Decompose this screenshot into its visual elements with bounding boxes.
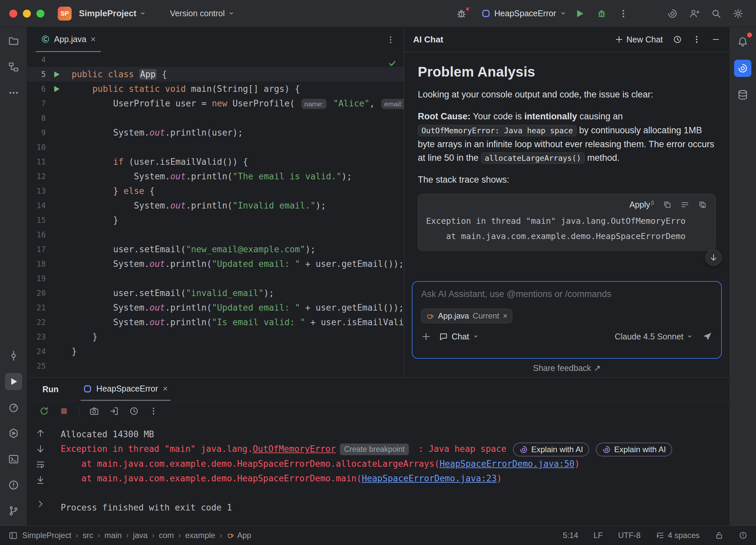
run-button[interactable] xyxy=(571,5,588,22)
breadcrumb-item[interactable]: src xyxy=(83,531,93,540)
editor-options-icon[interactable] xyxy=(386,35,395,44)
code-line[interactable]: 9 System.out.println(user); xyxy=(27,125,404,140)
prev-stack-frame-icon[interactable] xyxy=(35,428,45,438)
console-stack-link[interactable]: OutOfMemoryError xyxy=(253,444,336,454)
editor-tab-app-java[interactable]: App.java × xyxy=(36,27,101,52)
gc-icon[interactable] xyxy=(129,406,139,416)
indent-widget[interactable]: 4 spaces xyxy=(656,531,700,540)
create-breakpoint-chip[interactable]: Create breakpoint xyxy=(340,444,409,455)
scroll-to-bottom-button[interactable] xyxy=(705,249,722,266)
code-line[interactable]: 15 } xyxy=(27,213,404,227)
code-line[interactable]: 6 public static void main(String[] args)… xyxy=(27,82,404,96)
zoom-window-button[interactable] xyxy=(36,10,44,18)
editor-code-area[interactable]: 45public class App {6 public static void… xyxy=(27,52,404,373)
scroll-to-end-icon[interactable] xyxy=(35,475,45,485)
project-tool-button[interactable] xyxy=(5,32,22,50)
database-tool-button[interactable] xyxy=(734,86,751,103)
expand-gutter-icon[interactable] xyxy=(36,499,45,509)
run-more-options-icon[interactable] xyxy=(149,406,158,416)
run-tab-heapspaceerror[interactable]: HeapSpaceError × xyxy=(81,378,170,401)
code-line[interactable]: 20 user.setEmail("invalid_email"); xyxy=(27,286,404,300)
breadcrumb-item[interactable]: SimpleProject xyxy=(22,531,71,540)
hide-panel-icon[interactable] xyxy=(711,35,721,44)
add-context-button[interactable] xyxy=(421,332,431,341)
breadcrumb-item[interactable]: App xyxy=(226,531,251,540)
caret-position-widget[interactable]: 5:14 xyxy=(563,531,578,540)
write-access-lock-icon[interactable] xyxy=(715,531,724,540)
code-line[interactable]: 23 } xyxy=(27,330,404,344)
attached-file-chip[interactable]: App.java Current × xyxy=(421,309,512,323)
run-configuration-selector[interactable]: HeapSpaceError xyxy=(481,9,566,18)
console-stack-link[interactable]: HeapSpaceErrorDemo.java:23 xyxy=(362,473,497,483)
code-line[interactable]: 10 xyxy=(27,140,404,154)
problems-tool-button[interactable] xyxy=(5,476,22,494)
chat-menu-icon[interactable] xyxy=(692,35,701,44)
remove-attachment-icon[interactable]: × xyxy=(503,311,507,321)
code-line[interactable]: 16 xyxy=(27,227,404,242)
explain-with-ai-button[interactable]: Explain with AI xyxy=(513,443,589,456)
copy-icon[interactable] xyxy=(663,200,672,209)
code-line[interactable]: 8 xyxy=(27,111,404,125)
code-line[interactable]: 18 System.out.println("Updated email: " … xyxy=(27,257,404,271)
code-line[interactable]: 25 xyxy=(27,359,404,373)
debug-button[interactable] xyxy=(593,5,610,22)
breadcrumb-item[interactable]: main xyxy=(104,531,122,540)
search-everywhere-button[interactable] xyxy=(708,5,725,22)
breadcrumb-item[interactable]: com xyxy=(159,531,174,540)
stop-button[interactable] xyxy=(59,406,69,416)
code-with-me-button[interactable] xyxy=(686,5,703,22)
profiler-tool-button[interactable] xyxy=(5,399,22,416)
send-message-button[interactable] xyxy=(702,331,713,342)
run-tool-button[interactable] xyxy=(5,373,22,390)
settings-button[interactable] xyxy=(729,5,747,22)
more-run-actions-button[interactable] xyxy=(615,5,632,22)
chat-input-box[interactable]: Ask AI Assistant, use @mentions or /comm… xyxy=(412,281,722,359)
code-line[interactable]: 12 System.out.println("The email is vali… xyxy=(27,169,404,184)
more-tool-windows-button[interactable] xyxy=(5,84,22,101)
diff-icon[interactable] xyxy=(680,200,689,209)
close-run-tab-icon[interactable]: × xyxy=(163,384,168,394)
code-line[interactable]: 7 UserProfile user = new UserProfile( na… xyxy=(27,96,404,111)
rerun-button[interactable] xyxy=(39,406,49,416)
close-window-button[interactable] xyxy=(9,10,17,18)
explain-with-ai-button[interactable]: Explain with AI xyxy=(596,443,672,456)
inspections-ok-icon[interactable] xyxy=(388,59,397,68)
code-line[interactable]: 17 user.setEmail("new_email@example.com"… xyxy=(27,242,404,257)
code-line[interactable]: 4 xyxy=(27,52,404,67)
chat-history-icon[interactable] xyxy=(673,35,682,44)
ai-assistant-button[interactable] xyxy=(664,5,681,22)
code-line[interactable]: 11 if (user.isEmailValid()) { xyxy=(27,154,404,169)
share-feedback-link[interactable]: Share feedback↗ xyxy=(405,359,729,377)
next-stack-frame-icon[interactable] xyxy=(35,444,45,454)
breadcrumb-item[interactable]: example xyxy=(185,531,215,540)
run-gutter-button[interactable] xyxy=(46,82,72,96)
code-line[interactable]: 13 } else { xyxy=(27,184,404,198)
memory-snapshot-icon[interactable] xyxy=(89,406,99,416)
services-tool-button[interactable] xyxy=(5,425,22,442)
console-stack-link[interactable]: HeapSpaceErrorDemo.java:50 xyxy=(440,459,575,469)
commit-tool-button[interactable] xyxy=(5,347,22,364)
version-control-tool-button[interactable] xyxy=(5,502,22,519)
notifications-button[interactable] xyxy=(734,33,751,50)
project-menu[interactable]: SimpleProject xyxy=(79,8,146,19)
breadcrumb-item[interactable]: java xyxy=(133,531,148,540)
soft-wrap-icon[interactable] xyxy=(35,459,45,469)
code-line[interactable]: 19 xyxy=(27,271,404,286)
code-line[interactable]: 21 System.out.println("Updated email: " … xyxy=(27,300,404,315)
code-line[interactable]: 24} xyxy=(27,344,404,359)
project-icon[interactable]: SP xyxy=(58,7,72,21)
vcs-menu[interactable]: Version control xyxy=(170,9,234,18)
encoding-widget[interactable]: UTF-8 xyxy=(618,531,641,540)
insert-snippet-icon[interactable] xyxy=(698,200,707,209)
debugger-muted-button[interactable]: × xyxy=(453,5,470,22)
problems-indicator-icon[interactable] xyxy=(739,531,747,540)
close-tab-icon[interactable]: × xyxy=(91,35,95,43)
ai-chat-tool-button[interactable] xyxy=(734,60,751,77)
minimize-window-button[interactable] xyxy=(23,10,31,18)
console-output[interactable]: Allocated 14300 MBException in thread "m… xyxy=(54,421,729,525)
code-line[interactable]: 5public class App { xyxy=(27,67,404,82)
model-selector[interactable]: Claude 4.5 Sonnet xyxy=(615,332,693,341)
terminal-tool-button[interactable] xyxy=(5,451,22,468)
structure-tool-button[interactable] xyxy=(5,58,22,76)
attach-to-process-icon[interactable] xyxy=(109,406,119,416)
